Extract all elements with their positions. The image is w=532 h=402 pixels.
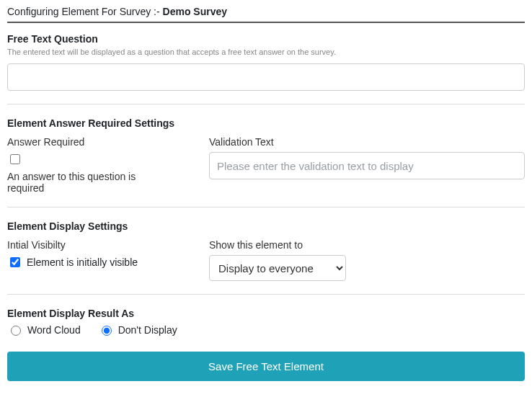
result-label-dont-display: Don't Display xyxy=(118,324,177,336)
divider xyxy=(7,207,525,207)
initial-visibility-row[interactable]: Element is initially visible xyxy=(7,255,195,269)
initial-visibility-text: Element is initially visible xyxy=(27,256,138,268)
show-to-select[interactable]: Display to everyone xyxy=(209,255,346,281)
section-display-result-as: Element Display Result As Word Cloud Don… xyxy=(7,308,525,336)
result-option-dont-display[interactable]: Don't Display xyxy=(98,323,177,336)
page-title-prefix: Configuring Element For Survey :- xyxy=(7,6,163,17)
section-free-text: Free Text Question The entered text will… xyxy=(7,33,525,91)
result-radio-word-cloud[interactable] xyxy=(11,326,21,336)
validation-text-input[interactable] xyxy=(209,152,525,179)
validation-text-label: Validation Text xyxy=(209,136,525,148)
divider xyxy=(7,294,525,295)
save-button[interactable]: Save Free Text Element xyxy=(7,352,525,381)
free-text-helper: The entered text will be displayed as a … xyxy=(7,48,525,56)
result-radio-dont-display[interactable] xyxy=(102,326,112,336)
free-text-heading: Free Text Question xyxy=(7,33,525,45)
answer-required-hint: An answer to this question is required xyxy=(7,171,166,194)
page-title-survey-name: Demo Survey xyxy=(163,6,227,17)
page-title: Configuring Element For Survey :- Demo S… xyxy=(7,6,525,23)
answer-required-heading: Element Answer Required Settings xyxy=(7,117,525,129)
result-option-word-cloud[interactable]: Word Cloud xyxy=(7,323,81,336)
initial-visibility-checkbox[interactable] xyxy=(10,257,20,267)
answer-required-checkbox[interactable] xyxy=(10,154,20,164)
show-to-label: Show this element to xyxy=(209,239,525,251)
initial-visibility-label: Intial Visibilty xyxy=(7,239,195,251)
display-settings-heading: Element Display Settings xyxy=(7,220,525,232)
result-label-word-cloud: Word Cloud xyxy=(27,324,81,336)
section-display-settings: Element Display Settings Intial Visibilt… xyxy=(7,220,525,281)
display-result-heading: Element Display Result As xyxy=(7,308,525,319)
answer-required-label: Answer Required xyxy=(7,136,195,148)
free-text-input[interactable] xyxy=(7,63,525,91)
section-answer-required: Element Answer Required Settings Answer … xyxy=(7,117,525,194)
divider xyxy=(7,104,525,104)
